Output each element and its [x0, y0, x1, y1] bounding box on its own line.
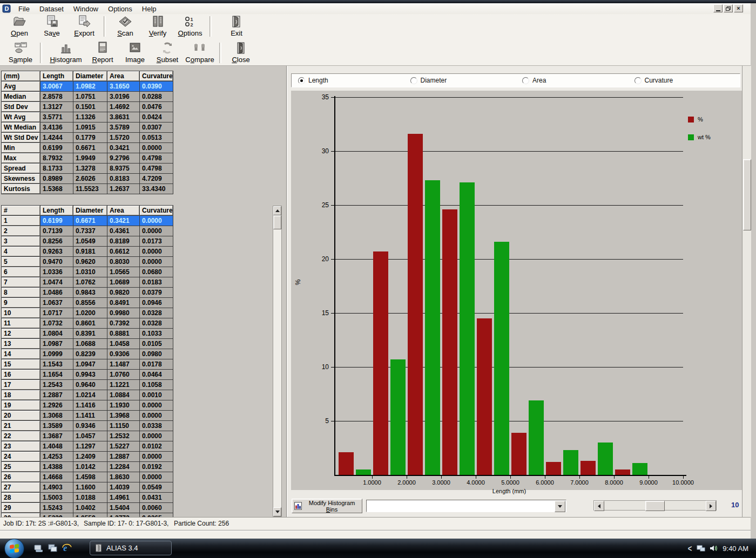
particle-row-cell[interactable]: 1.5003: [40, 493, 73, 502]
column-header[interactable]: Curvature: [140, 71, 173, 81]
particle-row-cell[interactable]: 1.4903: [40, 482, 73, 492]
particle-row-cell[interactable]: 1.3968: [107, 411, 139, 420]
stats-row-cell[interactable]: 33.4340: [140, 184, 173, 194]
compare-button[interactable]: Compare: [184, 42, 216, 65]
particle-row-cell[interactable]: 1.0760: [107, 370, 139, 379]
particle-row-cell[interactable]: 1.8630: [107, 472, 139, 482]
stats-row-cell[interactable]: 0.0476: [140, 102, 173, 112]
stats-row-cell[interactable]: 1.4244: [40, 133, 73, 142]
particle-row-cell[interactable]: 1.5329: [40, 513, 73, 517]
particle-row-cell[interactable]: 1.1930: [107, 400, 139, 410]
particle-row-cell[interactable]: 1.1654: [40, 370, 73, 379]
taskbar-task-alias[interactable]: ALIAS 3.4: [90, 541, 172, 555]
particle-row-cell[interactable]: 0.0680: [140, 267, 173, 277]
particle-row-cell[interactable]: 0.9346: [73, 421, 107, 431]
stats-row-cell[interactable]: 3.4136: [40, 123, 73, 132]
particle-row-cell[interactable]: 0.9820: [107, 288, 139, 297]
particle-row-cell[interactable]: 1.3068: [40, 411, 73, 420]
particle-row-cell[interactable]: 1.0457: [73, 431, 107, 441]
subset-button[interactable]: Subset: [151, 42, 184, 65]
stats-row-cell[interactable]: 1.5368: [40, 184, 73, 194]
stats-row-cell[interactable]: 0.0424: [140, 112, 173, 122]
particle-row-cell[interactable]: 1.0214: [73, 390, 107, 400]
stats-row-cell[interactable]: 1.2637: [107, 184, 139, 194]
particle-row-cell[interactable]: 1.0549: [73, 236, 107, 246]
stats-row-cell[interactable]: 0.0307: [140, 123, 173, 132]
particle-row-cell[interactable]: 0.0328: [140, 318, 173, 328]
particle-row-cell[interactable]: 0.9620: [73, 257, 107, 267]
particle-row-cell[interactable]: 0.9263: [40, 247, 73, 256]
network-icon[interactable]: [696, 543, 706, 553]
stats-row-cell[interactable]: 3.0067: [40, 81, 73, 91]
exit-button[interactable]: Exit: [220, 15, 253, 38]
image-button[interactable]: Image: [119, 42, 151, 65]
stats-row-cell[interactable]: 0.1779: [73, 133, 107, 142]
particle-row-cell[interactable]: 1.4253: [40, 452, 73, 461]
report-button[interactable]: Report: [86, 42, 119, 65]
stats-row-cell[interactable]: 1.0915: [73, 123, 107, 132]
particle-row-cell[interactable]: 1.0762: [73, 277, 107, 287]
volume-icon[interactable]: [708, 543, 718, 553]
particle-row-cell[interactable]: 0.0000: [140, 247, 173, 256]
particle-row-cell[interactable]: 1.5404: [107, 503, 139, 513]
particle-row-cell[interactable]: 0.6199: [40, 216, 73, 226]
column-header[interactable]: #: [2, 206, 40, 215]
stats-row-cell[interactable]: 9.2796: [107, 153, 139, 163]
stats-row-cell[interactable]: 2.6026: [73, 174, 107, 183]
particle-row-cell[interactable]: 1.0717: [40, 308, 73, 318]
particle-row-cell[interactable]: 1.3687: [40, 431, 73, 441]
stats-row-cell[interactable]: 0.4798: [140, 153, 173, 163]
particle-row-cell[interactable]: 0.9181: [73, 247, 107, 256]
particle-row-cell[interactable]: 0.9843: [73, 288, 107, 297]
particle-row-cell[interactable]: 1.2543: [40, 380, 73, 390]
stats-row-cell[interactable]: 3.8631: [107, 112, 139, 122]
particle-row-cell[interactable]: 1.1416: [73, 400, 107, 410]
particle-row-cell[interactable]: 0.0183: [140, 277, 173, 287]
column-header[interactable]: Length: [40, 206, 73, 215]
particle-row-cell[interactable]: 1.4961: [107, 493, 139, 502]
bins-scroll-right-button[interactable]: [706, 501, 716, 511]
column-header[interactable]: (mm): [2, 71, 40, 81]
stats-row-cell[interactable]: 3.1650: [107, 81, 139, 91]
particle-row-cell[interactable]: 0.6671: [73, 216, 107, 226]
particle-row-cell[interactable]: 1.4048: [40, 441, 73, 451]
show-desktop-icon[interactable]: [33, 543, 44, 553]
particle-row-cell[interactable]: 0.3421: [107, 216, 139, 226]
particle-row-cell[interactable]: 1.0637: [40, 298, 73, 308]
particle-row-cell[interactable]: 0.0173: [140, 236, 173, 246]
menu-item-dataset[interactable]: Dataset: [35, 4, 69, 13]
particle-row-cell[interactable]: 0.1033: [140, 329, 173, 338]
stats-row-cell[interactable]: 0.4798: [140, 164, 173, 173]
particle-row-cell[interactable]: 1.2772: [107, 513, 139, 517]
stats-row-cell[interactable]: 1.3278: [73, 164, 107, 173]
particle-row-cell[interactable]: 0.9640: [73, 380, 107, 390]
scrollbar-thumb[interactable]: [273, 215, 281, 229]
particle-row-cell[interactable]: 0.0000: [140, 472, 173, 482]
particle-row-cell[interactable]: 0.6612: [107, 247, 139, 256]
particle-row-cell[interactable]: 1.0188: [73, 493, 107, 502]
particle-row-cell[interactable]: 0.8030: [107, 257, 139, 267]
column-header[interactable]: Length: [40, 71, 73, 81]
stats-row-cell[interactable]: 3.5771: [40, 112, 73, 122]
save-button[interactable]: Save: [36, 15, 68, 38]
app-icon[interactable]: D: [2, 4, 11, 13]
particle-row-cell[interactable]: 0.8391: [73, 329, 107, 338]
particle-row-cell[interactable]: 0.9980: [107, 308, 139, 318]
verify-button[interactable]: Verify: [141, 15, 174, 38]
internet-explorer-icon[interactable]: e: [62, 543, 72, 553]
window-close-button[interactable]: ×: [734, 4, 743, 12]
particle-row-cell[interactable]: 0.9306: [107, 349, 139, 359]
stats-row-cell[interactable]: 2.8578: [40, 92, 73, 101]
open-button[interactable]: Open: [3, 15, 36, 38]
stats-row-cell[interactable]: 0.8989: [40, 174, 73, 183]
particle-row-cell[interactable]: 0.0000: [140, 400, 173, 410]
stats-row-cell[interactable]: 0.0288: [140, 92, 173, 101]
particle-row-cell[interactable]: 1.2284: [107, 462, 139, 472]
particle-row-cell[interactable]: 0.0000: [140, 431, 173, 441]
particle-row-cell[interactable]: 0.1058: [140, 380, 173, 390]
metric-radio-length[interactable]: Length: [292, 74, 404, 87]
stats-row-cell[interactable]: 1.9949: [73, 153, 107, 163]
scan-button[interactable]: Scan: [109, 15, 141, 38]
stats-row-cell[interactable]: 3.0196: [107, 92, 139, 101]
metric-radio-curvature[interactable]: Curvature: [628, 74, 740, 87]
